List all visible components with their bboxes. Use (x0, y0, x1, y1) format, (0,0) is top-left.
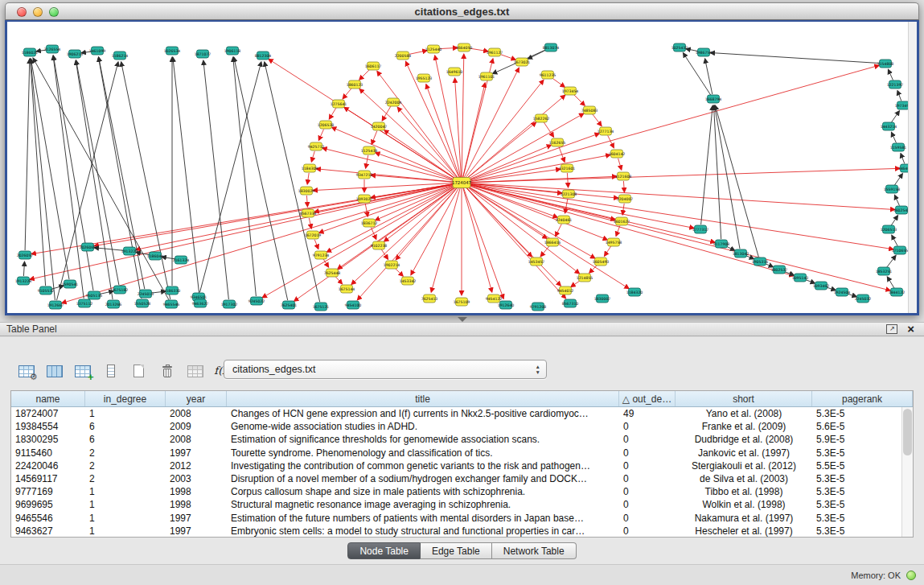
network-node[interactable]: 1906118 (224, 47, 241, 55)
table-row[interactable]: 2242004622012Investigating the contribut… (11, 459, 913, 472)
network-node[interactable]: 9454012 (557, 286, 574, 295)
network-node[interactable]: 2245032 (855, 295, 872, 303)
network-node[interactable]: 9791208 (530, 303, 547, 311)
network-node[interactable]: 1830007 (594, 295, 611, 303)
network-node[interactable]: 2126554 (44, 45, 61, 53)
network-node[interactable]: 1673021 (514, 58, 531, 66)
network-node[interactable]: 1206538 (318, 121, 335, 129)
network-node[interactable]: 1495758 (606, 238, 622, 246)
network-node[interactable]: 1026534 (164, 47, 181, 55)
network-node[interactable]: 1675182 (112, 286, 129, 294)
add-column-button[interactable]: + (69, 359, 96, 383)
network-node[interactable]: 1830029 (298, 187, 315, 195)
network-node[interactable]: 1453457 (528, 257, 545, 266)
table-source-dropdown[interactable]: citations_edges.txt ▲▼ (224, 360, 547, 379)
column-header-in_degree[interactable]: in_degree (85, 391, 166, 406)
network-node[interactable]: 1559158 (884, 185, 901, 193)
network-node[interactable]: 1186044 (147, 252, 164, 260)
network-node[interactable]: 1186214 (112, 51, 129, 60)
network-node[interactable]: 8812304 (255, 51, 272, 60)
network-node[interactable]: 1453342 (400, 277, 417, 285)
network-node[interactable]: 1125438 (361, 146, 378, 154)
new-table-button[interactable] (125, 359, 152, 383)
network-node[interactable]: 9102238 (371, 241, 388, 249)
network-node[interactable]: 1902214 (384, 261, 400, 269)
network-node[interactable]: 1125440 (425, 45, 442, 53)
window-titlebar[interactable]: citations_edges.txt (5, 2, 919, 20)
float-panel-icon[interactable]: ↗ (886, 324, 897, 334)
tab-node-table[interactable]: Node Table (347, 542, 421, 559)
network-node[interactable]: 7625448 (324, 269, 341, 277)
network-node[interactable]: 1443214 (881, 122, 897, 130)
network-node[interactable]: 1675121 (313, 303, 330, 311)
network-node[interactable]: 1184320 (626, 288, 643, 296)
network-node[interactable]: 8567310 (562, 299, 579, 307)
network-canvas[interactable]: 1606117186012312756411206538942571211843… (7, 22, 917, 313)
network-node[interactable]: 1159581 (890, 143, 907, 151)
table-row[interactable]: 911546021997Tourette syndrome. Phenomeno… (11, 447, 913, 459)
table-row[interactable]: 1830029562008Estimation of significance … (11, 433, 913, 446)
network-node[interactable]: 2026065 (80, 243, 97, 251)
network-node[interactable]: 1866416 (544, 238, 561, 246)
network-node[interactable]: 9611235 (540, 71, 556, 79)
network-node[interactable]: 9245022 (248, 297, 265, 305)
network-node[interactable]: 9454100 (345, 301, 362, 309)
table-row[interactable]: 1872400712008Changes of HCN gene express… (11, 407, 913, 420)
network-node[interactable]: 1668794 (705, 95, 722, 103)
network-node[interactable]: 1813042 (733, 249, 749, 257)
network-node[interactable]: 1906213 (67, 50, 84, 58)
network-node[interactable]: 1093027 (356, 195, 373, 203)
column-header-short[interactable]: short (676, 391, 812, 406)
network-node[interactable]: 1913228 (15, 277, 32, 285)
network-node[interactable]: 1844122 (889, 288, 906, 296)
network-node[interactable]: 9791234 (313, 251, 330, 259)
network-node[interactable]: 1973454 (562, 87, 579, 95)
network-node[interactable]: 9347212 (356, 171, 373, 179)
network-node[interactable]: 1917302 (221, 300, 238, 308)
network-node[interactable]: 2204007 (617, 195, 634, 203)
network-node[interactable]: 2013266 (105, 300, 122, 308)
zoom-window-button[interactable] (49, 7, 59, 17)
network-node[interactable]: 1184309 (302, 164, 318, 172)
network-node[interactable]: 1590541 (62, 280, 79, 288)
network-node[interactable]: 2200584 (395, 51, 412, 60)
network-node[interactable]: 1420047 (371, 122, 388, 130)
network-node[interactable]: 1912640 (498, 301, 515, 309)
network-node[interactable]: 1154808 (877, 60, 894, 68)
network-node[interactable]: 2240461 (556, 216, 573, 224)
tab-network-table[interactable]: Network Table (492, 542, 577, 559)
network-node[interactable]: 1913225 (121, 247, 138, 255)
network-node[interactable]: 1664050 (456, 43, 473, 51)
table-row[interactable]: 1456911722003Disruption of a novel membe… (11, 472, 913, 485)
column-header-out_degree[interactable]: △ out_de… (619, 391, 676, 406)
network-node[interactable]: 1121608 (615, 172, 632, 180)
network-node[interactable]: 7625401 (281, 301, 298, 309)
network-node[interactable]: 7625413 (421, 295, 438, 303)
table-row[interactable]: 977716911998Corpus callosum shape and si… (11, 485, 913, 498)
delete-table-button[interactable] (154, 359, 180, 383)
table-row[interactable]: 946554611997Estimation of the future num… (11, 512, 913, 525)
network-node[interactable]: 9117908 (713, 240, 730, 248)
network-node[interactable]: 2161324 (173, 256, 190, 264)
network-node[interactable]: 1277134 (598, 127, 614, 135)
network-node[interactable]: 1853251 (876, 267, 893, 275)
column-header-year[interactable]: year (166, 391, 227, 406)
network-node[interactable]: 1221397 (887, 80, 904, 89)
network-node[interactable]: 1675144 (339, 285, 355, 293)
network-node[interactable]: 9425712 (308, 142, 325, 150)
table-scrollbar[interactable] (901, 407, 913, 537)
column-chooser-button[interactable] (41, 359, 68, 383)
tab-edge-table[interactable]: Edge Table (421, 542, 492, 559)
network-node[interactable]: 1672019 (305, 231, 322, 239)
network-node[interactable]: 1461099 (89, 47, 106, 55)
network-node[interactable]: 1186021 (22, 48, 39, 56)
network-node[interactable]: 1321601 (559, 164, 576, 172)
network-node[interactable]: 1606117 (365, 62, 382, 70)
network-node[interactable]: 9463627 (192, 299, 209, 307)
network-node[interactable]: 1604142 (609, 150, 626, 158)
network-node[interactable]: 1955123 (416, 74, 433, 82)
network-node[interactable]: 1550528 (134, 299, 151, 307)
column-header-name[interactable]: name (11, 391, 85, 406)
network-node[interactable]: 1924504 (834, 288, 851, 296)
table-row[interactable]: 969969511998Structural magnetic resonanc… (11, 498, 913, 511)
